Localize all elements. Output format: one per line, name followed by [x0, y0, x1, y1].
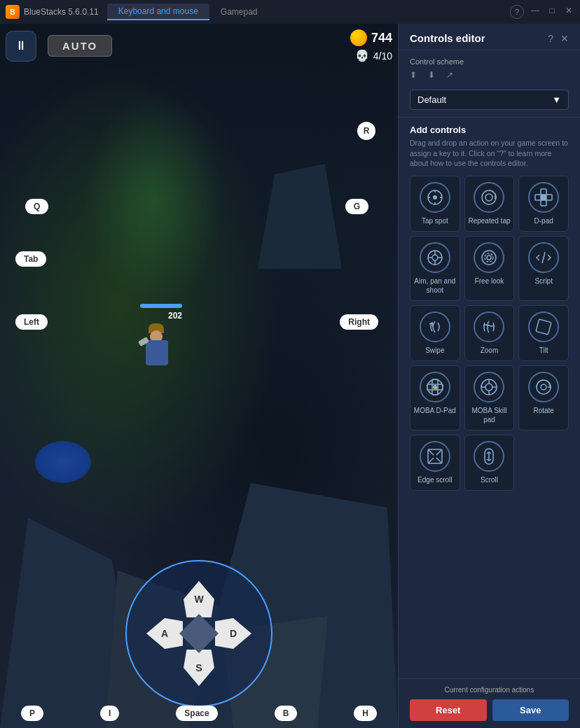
scheme-chevron: ▼	[552, 94, 561, 105]
svg-text:🔒: 🔒	[432, 385, 438, 391]
scheme-selected: Default	[417, 94, 446, 105]
share-icon[interactable]: ↗	[446, 70, 460, 84]
dpad-outer-ring: W S A D	[125, 560, 272, 707]
panel-header: Controls editor ? ✕	[399, 24, 580, 50]
aim-pan-shoot-label: Aim, pan and shoot	[413, 276, 457, 295]
scroll-icon	[474, 441, 504, 472]
tab-keyboard-mouse[interactable]: Keyboard and mouse	[107, 4, 209, 20]
scroll-label: Scroll	[481, 475, 498, 484]
h-key-badge: H	[354, 706, 377, 721]
pause-button[interactable]: ⏸	[6, 31, 36, 62]
svg-rect-10	[535, 195, 541, 200]
add-controls-desc: Drag and drop an action on your game scr…	[410, 138, 569, 169]
maximize-button[interactable]: □	[546, 5, 558, 16]
control-aim-pan-shoot[interactable]: Aim, pan and shoot	[410, 236, 460, 301]
dpad-control-icon	[528, 182, 559, 213]
scheme-label: Control scheme	[410, 57, 569, 66]
tap-spot-icon	[420, 182, 450, 213]
blue-water	[35, 441, 91, 483]
dpad-container[interactable]: W S A D	[125, 560, 272, 707]
window-controls: ? — □ ✕	[510, 5, 574, 19]
aim-pan-shoot-icon	[420, 242, 450, 273]
reset-button[interactable]: Reset	[410, 699, 487, 721]
script-icon	[528, 242, 559, 273]
r-key-badge: R	[357, 122, 375, 140]
control-repeated-tap[interactable]: Repeated tap	[464, 176, 515, 232]
svg-point-7	[485, 194, 492, 201]
g-key-badge: G	[345, 199, 368, 214]
control-free-look[interactable]: Free look	[464, 236, 515, 301]
coin-count: 744	[371, 31, 392, 46]
game-area: ⏸ AUTO 744 💀 4/10 R Q G Tab Left Right	[0, 24, 398, 728]
panel-help-icon[interactable]: ?	[548, 33, 553, 44]
left-key-badge: Left	[15, 314, 48, 330]
control-swipe[interactable]: Swipe	[410, 305, 460, 361]
close-button[interactable]: ✕	[563, 5, 574, 16]
minimize-button[interactable]: —	[530, 5, 541, 16]
control-scroll[interactable]: Scroll	[464, 435, 515, 491]
control-dpad[interactable]: D-pad	[518, 176, 569, 232]
control-edge-scroll[interactable]: Edge scroll	[410, 435, 460, 491]
svg-point-20	[487, 255, 491, 260]
swipe-label: Swipe	[425, 346, 444, 355]
control-script[interactable]: Script	[518, 236, 569, 301]
control-rotate[interactable]: Rotate	[518, 365, 569, 430]
svg-point-21	[485, 253, 493, 262]
scheme-dropdown[interactable]: Default ▼	[410, 90, 569, 110]
green-glow	[84, 94, 224, 304]
control-moba-dpad[interactable]: 🔒 MOBA D-Pad	[410, 365, 460, 430]
tilt-icon	[528, 312, 559, 342]
svg-line-43	[436, 458, 442, 463]
export-icon[interactable]: ⬇	[428, 70, 442, 84]
svg-point-38	[541, 384, 546, 390]
space-key-badge: Space	[176, 706, 217, 721]
svg-rect-23	[536, 319, 551, 335]
dpad-right[interactable]: D	[215, 618, 251, 649]
health-bar	[140, 304, 182, 308]
p-key-badge: P	[21, 706, 43, 721]
free-look-icon	[474, 242, 504, 273]
dpad-down[interactable]: S	[184, 650, 214, 686]
skull-count: 4/10	[373, 50, 392, 62]
dpad[interactable]: W S A D	[146, 581, 251, 686]
rock-5	[258, 164, 342, 269]
q-key-badge: Q	[25, 199, 48, 214]
moba-dpad-icon: 🔒	[420, 372, 450, 402]
repeated-tap-label: Repeated tap	[468, 216, 510, 225]
svg-point-14	[432, 255, 438, 260]
dpad-control-label: D-pad	[534, 216, 553, 225]
hud-right: 744 💀 4/10	[350, 29, 392, 62]
bottom-keys: P I Space B H	[0, 706, 398, 721]
player-body	[146, 340, 168, 365]
repeated-tap-icon	[474, 182, 504, 213]
dpad-center	[179, 614, 219, 653]
control-moba-skill[interactable]: MOBA Skill pad	[464, 365, 515, 430]
dpad-up[interactable]: W	[184, 581, 214, 617]
dpad-left[interactable]: A	[146, 618, 183, 649]
app-logo: B	[6, 5, 20, 19]
panel-close-icon[interactable]: ✕	[560, 33, 569, 44]
control-tilt[interactable]: Tilt	[518, 305, 569, 361]
tab-gamepad[interactable]: Gamepad	[209, 4, 269, 20]
app-name: BlueStacks 5.6.0.11	[24, 7, 99, 17]
controls-panel: Controls editor ? ✕ Control scheme ⬆ ⬇ ↗…	[398, 24, 580, 728]
help-button[interactable]: ?	[510, 5, 524, 19]
script-label: Script	[534, 276, 553, 286]
player-area: 202	[140, 304, 210, 372]
swipe-icon	[420, 312, 450, 342]
svg-line-42	[428, 458, 434, 463]
title-bar: B BlueStacks 5.6.0.11 Keyboard and mouse…	[0, 0, 580, 24]
right-key-badge: Right	[340, 314, 378, 330]
import-icon[interactable]: ⬆	[410, 70, 424, 84]
coin-row: 744	[350, 29, 392, 46]
auto-button[interactable]: AUTO	[48, 35, 112, 57]
control-zoom[interactable]: Zoom	[464, 305, 515, 361]
save-button[interactable]: Save	[492, 699, 569, 721]
panel-header-icons: ? ✕	[548, 33, 569, 44]
svg-line-41	[436, 449, 442, 455]
control-tap-spot[interactable]: Tap spot	[410, 176, 460, 232]
add-controls-title: Add controls	[410, 125, 569, 135]
svg-rect-9	[541, 200, 546, 206]
control-scheme-section: Control scheme ⬆ ⬇ ↗ Default ▼	[399, 50, 580, 118]
main-area: ⏸ AUTO 744 💀 4/10 R Q G Tab Left Right	[0, 24, 580, 728]
